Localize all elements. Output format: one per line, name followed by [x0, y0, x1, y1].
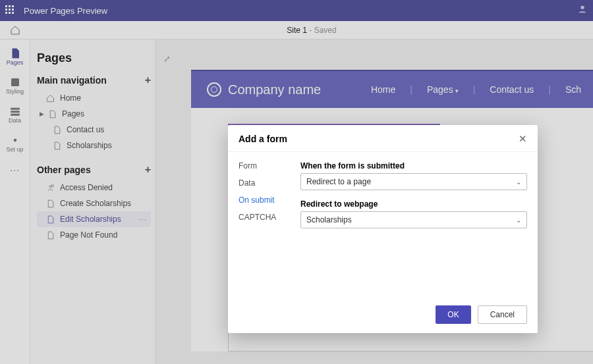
dialog-tabs: Form Data On submit CAPTCHA [239, 161, 300, 298]
close-icon[interactable]: ✕ [519, 133, 527, 145]
ok-button[interactable]: OK [436, 305, 470, 324]
select-redirect-webpage[interactable]: Scholarships⌄ [300, 211, 527, 228]
add-form-dialog: Add a form ✕ Form Data On submit CAPTCHA… [228, 125, 538, 333]
field2-label: Redirect to webpage [300, 199, 527, 209]
field1-label: When the form is submitted [300, 161, 527, 170]
field-when-submitted: When the form is submitted Redirect to a… [300, 161, 527, 190]
tab-form[interactable]: Form [239, 161, 300, 170]
cancel-button[interactable]: Cancel [478, 305, 527, 324]
chevron-down-icon: ⌄ [516, 178, 521, 186]
field-redirect-webpage: Redirect to webpage Scholarships⌄ [300, 199, 527, 228]
tab-on-submit[interactable]: On submit [239, 195, 300, 205]
tab-data[interactable]: Data [239, 178, 300, 188]
dialog-title: Add a form [239, 134, 287, 144]
tab-captcha[interactable]: CAPTCHA [239, 213, 300, 222]
select-when-submitted[interactable]: Redirect to a page⌄ [300, 173, 527, 190]
chevron-down-icon: ⌄ [516, 217, 521, 224]
